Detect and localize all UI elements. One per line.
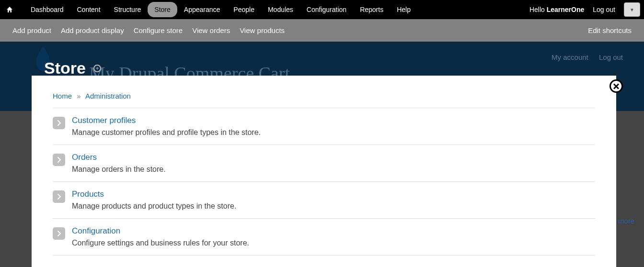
item-orders[interactable]: Orders (72, 153, 166, 162)
my-account-link[interactable]: My account (552, 53, 588, 61)
shortcut-view-orders[interactable]: View orders (192, 26, 230, 34)
list-item: Products Manage products and product typ… (53, 182, 595, 219)
item-configuration[interactable]: Configuration (72, 226, 249, 236)
menu-appearance[interactable]: Appearance (177, 2, 227, 17)
overlay-panel: Home » Administration Customer profiles … (32, 76, 616, 267)
admin-menu-items: Dashboard Content Structure Store Appear… (19, 2, 417, 17)
logout-link-site[interactable]: Log out (599, 53, 623, 61)
list-item: Orders Manage orders in the store. (53, 145, 595, 182)
breadcrumb-home[interactable]: Home (53, 92, 72, 100)
chevron-right-icon[interactable] (53, 117, 65, 129)
chevron-right-icon[interactable] (53, 190, 65, 203)
menu-modules[interactable]: Modules (261, 2, 300, 17)
toggle-shortcuts-icon[interactable]: ▼ (624, 2, 640, 17)
item-description: Manage products and product types in the… (72, 202, 236, 211)
page-title: Store (44, 59, 86, 78)
page-region: My Drupal Commerce Cart Store + My accou… (0, 42, 644, 267)
add-shortcut-icon[interactable]: + (93, 65, 101, 72)
menu-people[interactable]: People (227, 2, 261, 17)
shortcut-add-product[interactable]: Add product (12, 26, 51, 34)
shortcut-add-product-display[interactable]: Add product display (61, 26, 124, 34)
shortcut-configure-store[interactable]: Configure store (134, 26, 183, 34)
page-title-wrap: Store + (44, 59, 101, 78)
hello-user[interactable]: Hello LearnerOne (529, 6, 593, 13)
item-description: Manage orders in the store. (72, 165, 166, 174)
admin-menu-bar: Dashboard Content Structure Store Appear… (0, 0, 644, 19)
menu-structure[interactable]: Structure (107, 2, 148, 17)
item-customer-profiles[interactable]: Customer profiles (72, 116, 261, 125)
shortcut-view-products[interactable]: View products (240, 26, 285, 34)
list-item: Configuration Configure settings and bus… (53, 219, 595, 256)
item-description: Manage customer profiles and profile typ… (72, 128, 261, 137)
list-item: Customer profiles Manage customer profil… (53, 108, 595, 145)
breadcrumb: Home » Administration (53, 92, 595, 100)
home-icon[interactable] (0, 6, 19, 13)
edit-shortcuts-link[interactable]: Edit shortcuts (588, 26, 632, 34)
close-icon[interactable] (610, 79, 623, 93)
menu-store[interactable]: Store (148, 2, 177, 17)
item-products[interactable]: Products (72, 189, 236, 199)
item-description: Configure settings and business rules fo… (72, 239, 249, 247)
admin-list: Customer profiles Manage customer profil… (53, 108, 595, 256)
logout-link[interactable]: Log out (593, 6, 624, 13)
menu-dashboard[interactable]: Dashboard (24, 2, 70, 17)
breadcrumb-administration[interactable]: Administration (85, 92, 131, 100)
shortcut-bar: Add product Add product display Configur… (0, 19, 644, 42)
menu-content[interactable]: Content (70, 2, 107, 17)
menu-reports[interactable]: Reports (353, 2, 390, 17)
menu-configuration[interactable]: Configuration (300, 2, 353, 17)
menu-help[interactable]: Help (390, 2, 417, 17)
chevron-right-icon[interactable] (53, 227, 65, 240)
chevron-right-icon[interactable] (53, 154, 65, 166)
breadcrumb-separator: » (77, 92, 80, 100)
user-links: My account Log out (543, 53, 623, 61)
